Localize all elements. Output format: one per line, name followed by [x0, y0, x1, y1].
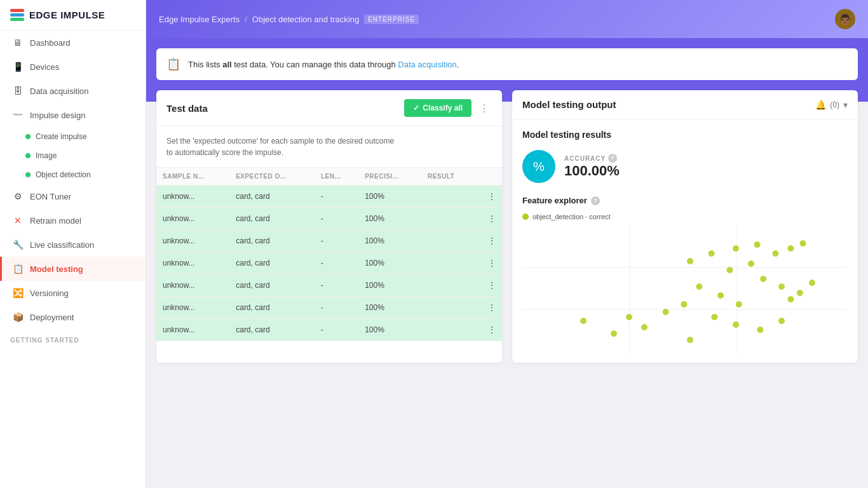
breadcrumb-project: Object detection and tracking — [252, 15, 359, 24]
test-data-panel: Test data ✓ Classify all ⋮ Set the 'expe… — [156, 90, 502, 363]
avatar[interactable]: 👨🏾 — [835, 9, 855, 29]
legend-row: object_detection · correct — [522, 213, 848, 220]
percent-icon: % — [533, 159, 545, 174]
col-result: RESULT — [421, 168, 475, 186]
table-row[interactable]: unknow... card, card - 100% ⋮ — [156, 186, 502, 208]
sidebar-item-live-classification[interactable]: 🔧 Live classification — [0, 233, 146, 257]
scatter-point — [641, 324, 648, 330]
scatter-point — [733, 245, 739, 252]
row-menu-icon[interactable]: ⋮ — [475, 208, 502, 230]
sidebar-item-label: Devices — [30, 62, 59, 72]
scatter-point — [580, 318, 587, 324]
scatter-point — [717, 292, 724, 299]
model-testing-panel-header: Model testing output 🔔 (0) ▾ — [512, 90, 858, 119]
row-menu-icon[interactable]: ⋮ — [475, 230, 502, 252]
table-row[interactable]: unknow... card, card - 100% ⋮ — [156, 230, 502, 252]
getting-started-label: GETTING STARTED — [0, 329, 146, 346]
accuracy-info-icon[interactable]: ? — [608, 154, 617, 163]
col-precision: PRECISI... — [358, 168, 421, 186]
legend-label: object_detection · correct — [532, 213, 611, 220]
accuracy-value: 100.00% — [564, 163, 620, 179]
row-menu-icon[interactable]: ⋮ — [475, 252, 502, 274]
cell-sample-name: unknow... — [156, 274, 229, 297]
cell-sample-name: unknow... — [156, 208, 229, 230]
table-row[interactable]: unknow... card, card - 100% ⋮ — [156, 208, 502, 230]
table-row[interactable]: unknow... card, card - 100% ⋮ — [156, 274, 502, 297]
sidebar-item-versioning[interactable]: 🔀 Versioning — [0, 281, 146, 305]
classify-btn-label: Classify all — [423, 104, 463, 112]
sidebar: EDGE IMPULSE 🖥 Dashboard 📱 Devices 🗄 Dat… — [0, 0, 146, 488]
panel-menu-icon[interactable]: ⋮ — [477, 100, 492, 117]
dot-object-detection — [25, 172, 31, 177]
model-results-title: Model testing results — [522, 130, 848, 140]
retrain-model-icon: ✕ — [12, 215, 24, 226]
scatter-point — [726, 267, 733, 273]
sidebar-item-impulse-design[interactable]: 〰 Impulse design — [0, 103, 146, 127]
sidebar-item-label: Retrain model — [30, 216, 81, 226]
logo-icon — [10, 9, 24, 21]
cell-precision: 100% — [358, 208, 421, 230]
scatter-point — [711, 314, 717, 320]
row-menu-icon[interactable]: ⋮ — [475, 186, 502, 208]
sidebar-subitem-object-detection[interactable]: Object detection — [0, 165, 146, 184]
scatter-point — [663, 309, 669, 315]
classify-all-button[interactable]: ✓ Classify all — [404, 99, 471, 117]
scatter-point — [778, 318, 785, 324]
sidebar-subitem-create-impulse[interactable]: Create impulse — [0, 127, 146, 146]
versioning-icon: 🔀 — [12, 287, 24, 299]
scatter-point — [687, 337, 693, 343]
panels-area: Test data ✓ Classify all ⋮ Set the 'expe… — [156, 90, 858, 363]
cell-expected-outcome: card, card — [229, 297, 315, 319]
test-data-table: SAMPLE N... EXPECTED O... LEN... PRECISI… — [156, 168, 502, 341]
logo-text: EDGE IMPULSE — [29, 10, 105, 20]
scatter-point — [797, 290, 803, 296]
col-actions — [475, 168, 502, 186]
accuracy-circle: % — [522, 150, 555, 183]
dot-create-impulse — [25, 134, 31, 139]
table-row[interactable]: unknow... card, card - 100% ⋮ — [156, 319, 502, 341]
sidebar-subitem-label: Object detection — [36, 170, 91, 179]
header: Edge Impulse Experts / Object detection … — [146, 0, 868, 38]
scatter-point — [748, 261, 754, 267]
sidebar-item-label: Model testing — [30, 264, 83, 274]
sidebar-item-model-testing[interactable]: 📋 Model testing — [0, 257, 146, 281]
row-menu-icon[interactable]: ⋮ — [475, 297, 502, 319]
table-row[interactable]: unknow... card, card - 100% ⋮ — [156, 297, 502, 319]
cell-length: - — [315, 319, 358, 341]
notification-count: (0) — [830, 100, 839, 109]
dropdown-arrow-icon[interactable]: ▾ — [843, 100, 848, 110]
cell-length: - — [315, 186, 358, 208]
row-menu-icon[interactable]: ⋮ — [475, 274, 502, 297]
scatter-point — [809, 280, 815, 286]
test-data-title: Test data — [166, 103, 208, 114]
model-results-section: Model testing results % ACCURACY ? 100.0… — [512, 119, 858, 363]
breadcrumb-separator: / — [245, 15, 247, 24]
sidebar-item-data-acquisition[interactable]: 🗄 Data acquisition — [0, 79, 146, 103]
sidebar-item-dashboard[interactable]: 🖥 Dashboard — [0, 30, 146, 55]
data-acquisition-icon: 🗄 — [12, 85, 24, 97]
sidebar-item-retrain-model[interactable]: ✕ Retrain model — [0, 208, 146, 233]
sidebar-subitem-image[interactable]: Image — [0, 146, 146, 165]
sidebar-item-devices[interactable]: 📱 Devices — [0, 55, 146, 79]
cell-precision: 100% — [358, 297, 421, 319]
sidebar-item-eon-tuner[interactable]: ⚙ EON Tuner — [0, 184, 146, 208]
feature-explorer-info-icon[interactable]: ? — [591, 196, 600, 205]
sidebar-item-label: Impulse design — [30, 111, 85, 120]
scatter-point — [687, 258, 693, 264]
col-sample-name: SAMPLE N... — [156, 168, 229, 186]
data-acquisition-link[interactable]: Data acquisition — [398, 60, 457, 69]
table-row[interactable]: unknow... card, card - 100% ⋮ — [156, 252, 502, 274]
sidebar-item-deployment[interactable]: 📦 Deployment — [0, 305, 146, 329]
test-data-table-wrapper: SAMPLE N... EXPECTED O... LEN... PRECISI… — [156, 168, 502, 341]
scatter-point — [772, 250, 778, 257]
accuracy-row: % ACCURACY ? 100.00% — [522, 150, 848, 183]
scatter-point — [760, 276, 766, 282]
devices-icon: 📱 — [12, 61, 24, 72]
scatter-plot — [522, 226, 848, 353]
cell-precision: 100% — [358, 252, 421, 274]
scatter-point — [733, 322, 739, 328]
feature-explorer-section: Feature explorer ? — [522, 196, 848, 205]
row-menu-icon[interactable]: ⋮ — [475, 319, 502, 341]
cell-precision: 100% — [358, 230, 421, 252]
legend-dot — [522, 214, 529, 220]
